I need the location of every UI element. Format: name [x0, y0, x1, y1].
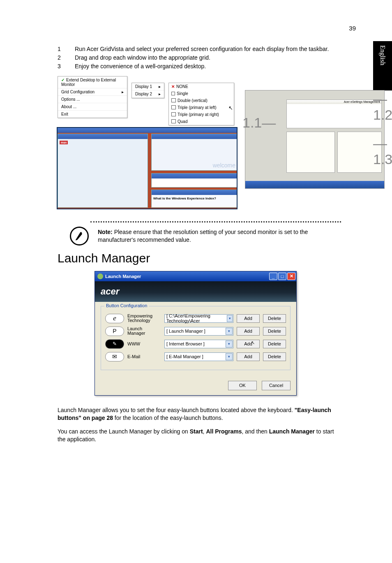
window-title: Launch Manager — [105, 274, 141, 279]
menu-item-about[interactable]: About ... — [58, 103, 127, 111]
select-value: [ Internet Browser ] — [166, 341, 205, 346]
paragraph-2: You can access the Launch Manager by cli… — [58, 428, 341, 443]
launch-manager-window: Launch Manager _ □ ✕ acer Button Configu… — [95, 271, 297, 396]
group-label: Button Configuration — [104, 303, 149, 308]
step-number: 2 — [58, 54, 75, 62]
titlebar[interactable]: Launch Manager _ □ ✕ — [95, 271, 296, 281]
step-text: Run Acer GridVista and select your prefe… — [75, 45, 341, 53]
desktop-screenshot-messy: msn welcome What is the Windows Experien… — [57, 127, 238, 209]
keycap-www[interactable]: ✎ — [105, 339, 124, 349]
menu-label: Display 1 — [135, 84, 152, 89]
callout-1-3: —1.3 — [373, 135, 392, 167]
layout-none[interactable]: ✕NONE — [169, 83, 234, 90]
menu-label: About ... — [61, 104, 76, 109]
dropdown-icon[interactable]: ▾ — [226, 353, 233, 360]
delete-button[interactable]: Delete — [263, 352, 286, 361]
wei-label: What is the Windows Experience Index? — [152, 195, 237, 202]
keycap-p[interactable]: P — [105, 327, 124, 336]
step-row: 2 Drag and drop each window into the app… — [58, 54, 341, 62]
select-value: [ E-Mail Manager ] — [166, 354, 203, 359]
menu-item-exit[interactable]: Exit — [58, 111, 127, 118]
program-select[interactable]: [ C:\Acer\Empowering Technology\Acer ▾ — [164, 314, 233, 323]
menu-label: Display 2 — [135, 92, 152, 96]
msn-label: msn — [60, 141, 68, 144]
app-icon — [97, 273, 103, 279]
display-submenu: Display 1▸ Display 2▸ — [131, 83, 164, 98]
menu-label: Grid Configuration — [61, 90, 95, 94]
callout-1-1: 1.1— — [242, 115, 276, 131]
menu-label: Double (vertical) — [178, 98, 208, 103]
dropdown-icon[interactable]: ▾ — [226, 341, 233, 348]
layout-triple-left[interactable]: Triple (primary at left) — [169, 104, 234, 111]
select-value: [ C:\Acer\Empowering Technology\Acer — [166, 313, 227, 323]
context-menu: ✓Extend Desktop to External Monitor Grid… — [58, 76, 127, 118]
config-row: e Empowering Technology [ C:\Acer\Empowe… — [105, 314, 286, 323]
menu-label: Quad — [178, 119, 187, 124]
add-button[interactable]: Add — [237, 352, 260, 361]
step-text: Enjoy the convenience of a well-organize… — [75, 63, 341, 70]
ok-button[interactable]: OK — [228, 381, 257, 390]
screenshots-area: ✓Extend Desktop to External Monitor Grid… — [49, 74, 378, 215]
step-number: 1 — [58, 45, 75, 53]
callout-1-2: —1.2 — [373, 91, 392, 123]
add-button[interactable]: Add — [237, 314, 260, 323]
cancel-button[interactable]: Cancel — [262, 381, 291, 390]
dotted-separator — [90, 221, 341, 222]
menu-item-options[interactable]: Options ... — [58, 96, 127, 103]
submenu-display2[interactable]: Display 2▸ — [132, 90, 164, 98]
close-button[interactable]: ✕ — [287, 273, 295, 280]
row-label: WWW — [127, 342, 161, 347]
step-row: 3 Enjoy the convenience of a well-organi… — [58, 63, 341, 70]
note-block: Note: Please ensure that the resolution … — [58, 227, 341, 246]
maximize-button[interactable]: □ — [278, 273, 286, 280]
paragraph-1: Launch Manager allows you to set the fou… — [58, 406, 341, 422]
note-label: Note: — [98, 229, 113, 235]
menu-label: Single — [177, 91, 188, 96]
main-content: 1 Run Acer GridVista and select your pre… — [58, 45, 341, 443]
menu-item-grid[interactable]: Grid Configuration▸ — [58, 88, 127, 96]
menu-item-extend[interactable]: ✓Extend Desktop to External Monitor — [58, 76, 127, 88]
step-text: Drag and drop each window into the appro… — [75, 54, 341, 62]
program-select[interactable]: [ Launch Manager ] ▾ — [164, 327, 233, 336]
menu-label: Triple (primary at left) — [178, 105, 217, 110]
layout-submenu: ✕NONE Single Double (vertical) Triple (p… — [168, 83, 234, 125]
brand-logo: acer — [101, 286, 119, 297]
layout-double[interactable]: Double (vertical) — [169, 97, 234, 104]
row-label: Launch Manager — [127, 327, 161, 336]
note-body: Please ensure that the resolution settin… — [98, 229, 308, 243]
submenu-display1[interactable]: Display 1▸ — [132, 83, 164, 90]
note-text: Note: Please ensure that the resolution … — [98, 227, 341, 244]
layout-single[interactable]: Single — [169, 90, 234, 97]
dialog-footer: OK Cancel — [95, 376, 296, 395]
config-row: P Launch Manager [ Launch Manager ] ▾ Ad… — [105, 327, 286, 336]
row-label: Empowering Technology — [127, 314, 161, 323]
step-number: 3 — [58, 63, 75, 70]
program-select[interactable]: [ E-Mail Manager ] ▾ — [164, 352, 233, 361]
delete-button[interactable]: Delete — [263, 327, 286, 336]
layout-triple-right[interactable]: Triple (primary at right) — [169, 111, 234, 118]
cursor-icon: ↖ — [251, 340, 255, 345]
layout-quad[interactable]: Quad — [169, 118, 234, 125]
brand-bar: acer — [95, 281, 296, 302]
minimize-button[interactable]: _ — [269, 273, 277, 280]
menu-label: Extend Desktop to External Monitor — [61, 78, 116, 87]
heading-launch-manager: Launch Manager — [58, 251, 341, 265]
desktop-screenshot-organized: Acer eSettings Management — [245, 90, 385, 189]
menu-label: NONE — [176, 84, 188, 89]
delete-button[interactable]: Delete — [263, 314, 286, 323]
dropdown-icon[interactable]: ▾ — [227, 315, 233, 322]
config-row: ✉ E-Mail [ E-Mail Manager ] ▾ Add Delete — [105, 352, 286, 361]
keycap-empowering[interactable]: e — [105, 314, 124, 323]
menu-label: Triple (primary at right) — [178, 112, 219, 117]
dropdown-icon[interactable]: ▾ — [226, 328, 233, 335]
keycap-email[interactable]: ✉ — [105, 352, 124, 361]
delete-button[interactable]: Delete — [263, 340, 286, 348]
add-button[interactable]: Add — [237, 340, 260, 348]
menu-label: Options ... — [61, 97, 80, 102]
button-config-group: Button Configuration e Empowering Techno… — [101, 306, 291, 370]
program-select[interactable]: [ Internet Browser ] ▾ — [164, 340, 233, 348]
select-value: [ Launch Manager ] — [166, 329, 205, 334]
add-button[interactable]: Add — [237, 327, 260, 336]
note-icon — [70, 227, 89, 246]
cursor-icon: ↖ — [228, 105, 233, 111]
